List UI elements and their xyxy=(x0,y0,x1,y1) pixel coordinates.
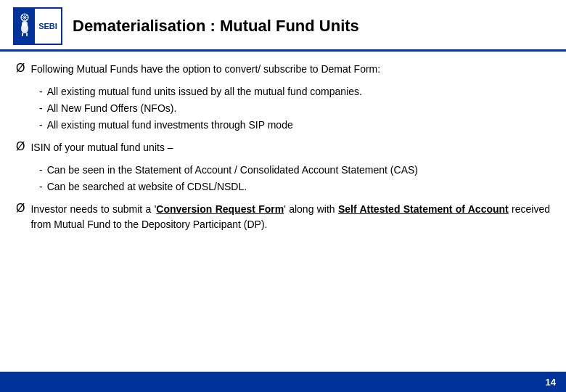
slide: SEBI Dematerialisation : Mutual Fund Uni… xyxy=(0,0,566,392)
dash-icon: - xyxy=(39,84,43,99)
sebi-logo-right: SEBI xyxy=(35,9,61,44)
sub-bullets-2: - Can be seen in the Statement of Accoun… xyxy=(39,163,550,195)
list-item: - All existing mutual fund units issued … xyxy=(39,84,550,99)
sub-text: Can be searched at website of CDSL/NSDL. xyxy=(47,179,247,195)
svg-rect-8 xyxy=(26,33,28,36)
dash-icon: - xyxy=(39,163,43,178)
sebi-emblem-icon xyxy=(17,12,33,40)
main-content: Ø Following Mutual Funds have the option… xyxy=(0,52,566,372)
bullet-arrow-1: Ø xyxy=(16,62,25,75)
bullet-1: Ø Following Mutual Funds have the option… xyxy=(16,62,550,77)
bullet-text-1: Following Mutual Funds have the option t… xyxy=(30,62,380,77)
dash-icon: - xyxy=(39,118,43,133)
self-attested-statement-link: Self Attested Statement of Account xyxy=(338,203,509,215)
list-item: - All New Fund Offers (NFOs). xyxy=(39,101,550,116)
page-number: 14 xyxy=(546,377,556,388)
list-item: - All existing mutual fund investments t… xyxy=(39,118,550,133)
dash-icon: - xyxy=(39,179,43,195)
list-item: - Can be searched at website of CDSL/NSD… xyxy=(39,179,550,195)
sub-bullets-1: - All existing mutual fund units issued … xyxy=(39,84,550,133)
svg-rect-7 xyxy=(22,33,23,36)
bullet-arrow-2: Ø xyxy=(16,140,25,153)
sub-text: Can be seen in the Statement of Account … xyxy=(47,163,418,178)
sub-text: All existing mutual fund investments thr… xyxy=(47,118,293,133)
sub-text: All existing mutual fund units issued by… xyxy=(47,84,362,99)
header: SEBI Dematerialisation : Mutual Fund Uni… xyxy=(0,0,566,52)
sebi-logo-left xyxy=(15,9,35,44)
svg-point-6 xyxy=(22,21,28,27)
sub-text: All New Fund Offers (NFOs). xyxy=(47,101,177,116)
bullet-3: Ø Investor needs to submit a 'Conversion… xyxy=(16,202,550,232)
sebi-logo: SEBI xyxy=(13,7,62,45)
conversion-request-form-link: Conversion Request Form xyxy=(156,203,284,215)
bullet-text-3: Investor needs to submit a 'Conversion R… xyxy=(30,202,550,232)
sebi-text: SEBI xyxy=(38,22,57,30)
footer: 14 xyxy=(0,372,566,392)
bullet-text-2: ISIN of your mutual fund units – xyxy=(30,140,173,155)
bullet-2: Ø ISIN of your mutual fund units – xyxy=(16,140,550,155)
list-item: - Can be seen in the Statement of Accoun… xyxy=(39,163,550,178)
dash-icon: - xyxy=(39,101,43,116)
page-title: Dematerialisation : Mutual Fund Units xyxy=(73,17,553,36)
bullet-arrow-3: Ø xyxy=(16,202,25,215)
